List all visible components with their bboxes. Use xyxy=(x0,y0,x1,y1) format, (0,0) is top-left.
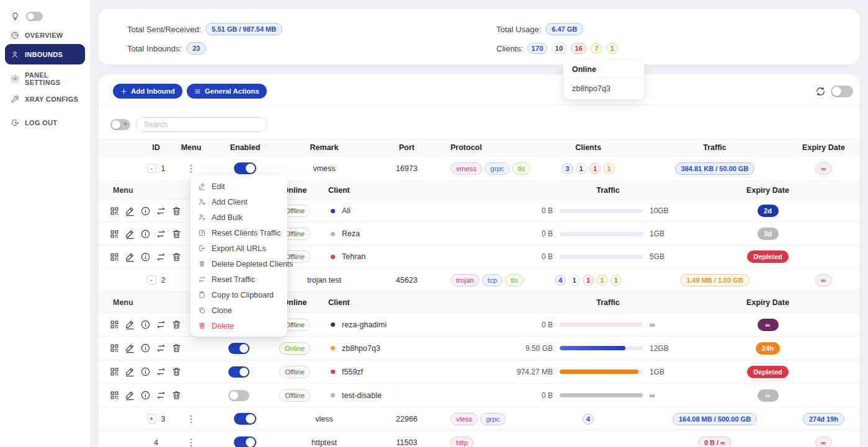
inbound-id: 1 xyxy=(161,164,166,173)
edit-icon[interactable] xyxy=(125,252,135,262)
inbound-id: 4 xyxy=(154,438,158,447)
reset-traffic-icon[interactable] xyxy=(156,343,166,353)
reset-traffic-icon[interactable] xyxy=(156,390,166,401)
client-enabled-toggle[interactable] xyxy=(228,390,249,401)
general-actions-button[interactable]: General Actions xyxy=(187,84,267,99)
auto-refresh-toggle[interactable] xyxy=(831,86,853,97)
client-count-badge[interactable]: 4 xyxy=(555,275,566,286)
sidebar-item-overview[interactable]: OVERVIEW xyxy=(5,26,85,45)
info-icon[interactable] xyxy=(140,319,151,330)
reset-traffic-icon[interactable] xyxy=(156,366,166,377)
delete-icon[interactable] xyxy=(171,390,182,401)
client-color-dot xyxy=(331,232,335,236)
traffic-pill: 1.49 MB / 1.00 GB xyxy=(680,274,749,286)
delete-icon[interactable] xyxy=(171,366,182,377)
menu-item-delete-depleted-clients[interactable]: Delete Depleted Clients xyxy=(190,256,287,272)
client-count-badge[interactable]: 1 xyxy=(589,163,601,174)
menu-item-edit[interactable]: Edit xyxy=(190,179,287,194)
collapse-button[interactable]: - xyxy=(147,164,156,173)
edit-icon[interactable] xyxy=(125,343,135,353)
delete-icon[interactable] xyxy=(171,206,182,216)
client-count-badge[interactable]: 4 xyxy=(583,414,594,425)
qrcode-icon[interactable] xyxy=(109,343,120,353)
client-enabled-toggle[interactable] xyxy=(228,366,249,378)
sidebar-item-inbounds[interactable]: INBOUNDS xyxy=(5,44,85,64)
menu-item-copy-to-clipboard[interactable]: Copy to Clipboard xyxy=(190,287,287,303)
status-badge: Online xyxy=(279,342,310,355)
client-name: Tehran xyxy=(342,252,365,261)
qrcode-icon[interactable] xyxy=(109,229,120,239)
edit-icon[interactable] xyxy=(125,206,135,216)
reset-traffic-icon[interactable] xyxy=(156,229,166,239)
edit-icon[interactable] xyxy=(125,366,135,377)
edit-icon[interactable] xyxy=(125,319,135,330)
sidebar-item-xray-configs[interactable]: XRAY CONFIGS xyxy=(5,90,85,108)
qrcode-icon[interactable] xyxy=(109,319,120,330)
reset-traffic-icon[interactable] xyxy=(156,252,166,262)
stats-card: Total Sent/Received: 5.51 GB / 987.54 MB… xyxy=(99,9,859,64)
client-count-badge[interactable]: 3 xyxy=(562,163,573,174)
client-count-badge[interactable]: 1 xyxy=(576,163,587,174)
edit-icon[interactable] xyxy=(125,390,135,401)
client-name: zb8hpo7q3 xyxy=(342,344,380,353)
clients-count-depleted[interactable]: 16 xyxy=(571,43,586,54)
menu-item-delete[interactable]: Delete xyxy=(190,318,287,334)
menu-item-add-bulk[interactable]: Add Bulk xyxy=(190,210,287,225)
clients-count-default[interactable]: 10 xyxy=(552,43,567,54)
client-count-badge[interactable]: 1 xyxy=(583,275,594,286)
info-icon[interactable] xyxy=(140,206,151,216)
info-icon[interactable] xyxy=(140,343,151,353)
collapse-button[interactable]: - xyxy=(147,275,156,285)
menu-item-reset-traffic[interactable]: Reset Traffic xyxy=(190,272,287,287)
pencil-icon xyxy=(198,182,206,190)
refresh-icon[interactable] xyxy=(815,86,826,97)
client-count-badge[interactable]: 1 xyxy=(568,275,579,286)
row-menu-icon[interactable]: ⋮ xyxy=(187,438,196,447)
search-input[interactable] xyxy=(136,117,267,132)
traffic-used: 9.50 GB xyxy=(506,344,553,353)
clients-count-expiring[interactable]: 7 xyxy=(591,43,602,54)
delete-icon[interactable] xyxy=(171,319,182,330)
info-icon[interactable] xyxy=(140,229,151,239)
qrcode-icon[interactable] xyxy=(109,252,120,262)
filter-toggle[interactable] xyxy=(110,119,130,130)
client-count-badge[interactable]: 1 xyxy=(611,275,622,286)
clients-count-total[interactable]: 170 xyxy=(527,43,547,54)
info-icon[interactable] xyxy=(140,366,151,377)
menu-item-clone[interactable]: Clone xyxy=(190,303,287,318)
reset-traffic-icon[interactable] xyxy=(156,319,166,330)
inbound-port: 45623 xyxy=(363,276,450,285)
info-icon[interactable] xyxy=(140,390,151,401)
client-enabled-toggle[interactable] xyxy=(228,343,249,354)
inbound-enabled-toggle[interactable] xyxy=(234,413,256,425)
qrcode-icon[interactable] xyxy=(109,366,120,377)
inbound-enabled-toggle[interactable] xyxy=(234,436,256,447)
qrcode-icon[interactable] xyxy=(109,390,120,401)
inbound-enabled-toggle[interactable] xyxy=(234,162,256,174)
client-count-badge[interactable]: 1 xyxy=(596,275,607,286)
trash-icon xyxy=(198,322,206,330)
expiry-badge: Depleted xyxy=(747,366,788,378)
delete-icon[interactable] xyxy=(171,229,182,239)
info-icon[interactable] xyxy=(140,252,151,262)
traffic-bar xyxy=(560,322,643,327)
sidebar-item-panel-settings[interactable]: PANEL SETTINGS xyxy=(5,69,85,88)
search-row xyxy=(110,117,859,132)
menu-item-export-all-urls[interactable]: Export All URLs xyxy=(190,241,287,256)
delete-icon[interactable] xyxy=(171,343,182,353)
sidebar: OVERVIEW INBOUNDS PANEL SETTINGS XRAY CO… xyxy=(0,0,90,447)
add-inbound-button[interactable]: Add Inbound xyxy=(113,84,182,99)
clients-count-online[interactable]: 1 xyxy=(607,43,618,54)
row-menu-icon[interactable]: ⋮ xyxy=(187,164,196,173)
qrcode-icon[interactable] xyxy=(109,206,120,216)
theme-toggle[interactable] xyxy=(26,12,43,21)
client-count-badge[interactable]: 1 xyxy=(603,163,614,174)
sidebar-item-log-out[interactable]: LOG OUT xyxy=(5,113,85,132)
menu-item-reset-clients-traffic[interactable]: Reset Clients Traffic xyxy=(190,225,287,241)
delete-icon[interactable] xyxy=(171,252,182,262)
expand-button[interactable]: + xyxy=(147,414,156,423)
menu-item-add-client[interactable]: Add Client xyxy=(190,194,287,210)
row-menu-icon[interactable]: ⋮ xyxy=(187,414,196,423)
edit-icon[interactable] xyxy=(125,229,135,239)
reset-traffic-icon[interactable] xyxy=(156,206,166,216)
